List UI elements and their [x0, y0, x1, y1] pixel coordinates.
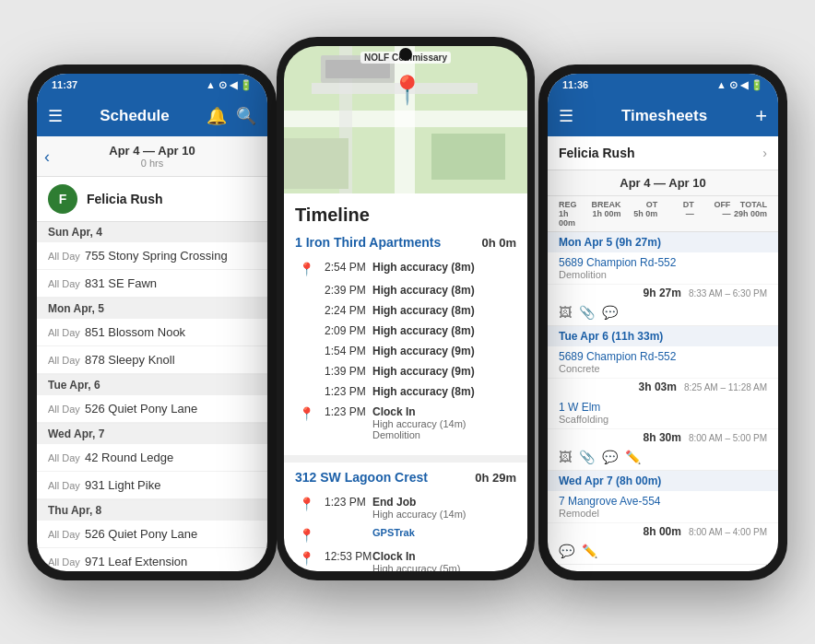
- task-text: 878 Sleepy Knoll: [85, 353, 175, 367]
- message-icon[interactable]: 💬: [559, 544, 574, 558]
- location-name-2: 312 SW Lagoon Crest: [295, 470, 428, 485]
- task-text: 831 SE Fawn: [85, 276, 157, 290]
- tl-detail: High accuracy (9m): [372, 365, 516, 378]
- back-button[interactable]: ‹: [44, 146, 50, 166]
- phone-right: 11:36 ▲ ⊙ ◀ 🔋 ☰ Timesheets + Felicia Rus…: [538, 64, 787, 580]
- ts-hours-range: 8:25 AM – 11:28 AM: [684, 382, 767, 392]
- pin-icon: 📍: [299, 406, 317, 421]
- svg-rect-7: [431, 134, 505, 180]
- note-icon[interactable]: 📎: [579, 450, 595, 464]
- search-icon[interactable]: 🔍: [236, 106, 256, 126]
- tl-sub: High accuracy (14m): [372, 509, 516, 520]
- ts-hours-val: 3h 03m: [639, 381, 677, 393]
- section-divider: [284, 455, 527, 463]
- schedule-item: All Day 526 Quiet Pony Lane: [37, 395, 267, 423]
- tl-time: 1:23 PM: [325, 405, 372, 418]
- note-icon[interactable]: 📎: [579, 305, 595, 320]
- timeline-title: Timeline: [295, 205, 516, 226]
- tl-time: 2:39 PM: [325, 284, 372, 297]
- location-header-2: 312 SW Lagoon Crest 0h 29m: [295, 470, 516, 485]
- allday-label: All Day: [48, 452, 85, 463]
- nav-right-icons: 🔔 🔍: [207, 106, 256, 126]
- tl-entry: 2:24 PM High accuracy (8m): [295, 300, 516, 321]
- ts-job-name: 5689 Champion Rd-552: [559, 350, 767, 363]
- tl-time: 1:39 PM: [325, 365, 372, 378]
- edit-icon[interactable]: ✏️: [582, 544, 597, 558]
- pin-icon: 📍: [299, 497, 317, 511]
- day-group-4: Thu Apr, 8 All Day 526 Quiet Pony Lane A…: [37, 500, 267, 571]
- ts-day-label-0: Mon Apr 5 (9h 27m): [548, 232, 778, 252]
- status-bar-right: 11:36 ▲ ⊙ ◀ 🔋: [548, 74, 778, 96]
- bell-icon[interactable]: 🔔: [207, 106, 227, 126]
- tl-entry: 1:39 PM High accuracy (9m): [295, 361, 516, 381]
- phone-center-inner: NOLF Commissary 📍 Timeline 1 Iron Third …: [284, 46, 527, 571]
- add-icon[interactable]: +: [755, 104, 767, 128]
- allday-label: All Day: [48, 327, 85, 338]
- day-label-1: Mon Apr, 5: [37, 299, 267, 319]
- ts-hours-row: 3h 03m 8:25 AM – 11:28 AM: [548, 379, 778, 397]
- tl-detail: High accuracy (9m): [372, 345, 516, 357]
- tl-entry: 📍 2:54 PM High accuracy (8m): [295, 257, 516, 280]
- location-name-1: 1 Iron Third Apartments: [295, 235, 441, 250]
- schedule-item: All Day 831 SE Fawn: [37, 270, 267, 298]
- schedule-item: All Day 971 Leaf Extension: [37, 548, 267, 571]
- hamburger-icon[interactable]: ☰: [48, 106, 63, 126]
- gps-icon: 📍: [299, 262, 317, 276]
- task-text: 42 Round Ledge: [85, 451, 173, 464]
- hamburger-icon-right[interactable]: ☰: [559, 106, 573, 126]
- ts-job-name: 1 W Elm: [559, 401, 767, 414]
- date-header-left: ‹ Apr 4 — Apr 10 0 hrs: [37, 136, 267, 177]
- phone-center: NOLF Commissary 📍 Timeline 1 Iron Third …: [277, 37, 535, 580]
- photo-icon[interactable]: 🖼: [559, 305, 572, 320]
- status-icons-left: ▲ ⊙ ◀ 🔋: [206, 79, 253, 91]
- ts-job-type: Demolition: [559, 269, 767, 280]
- nav-title-right: Timesheets: [621, 107, 707, 125]
- hours-left: 0 hrs: [37, 158, 267, 169]
- ts-job-item-2: 1 W Elm Scaffolding: [548, 397, 778, 429]
- allday-label: All Day: [48, 251, 85, 262]
- ts-icons-row: 🖼 📎 💬: [548, 303, 778, 325]
- tl-detail: High accuracy (8m): [372, 261, 516, 274]
- ts-day-group-0: Mon Apr 5 (9h 27m) 5689 Champion Rd-552 …: [548, 232, 778, 326]
- ts-hours-range: 8:00 AM – 4:00 PM: [689, 527, 767, 537]
- status-bar-left: 11:37 ▲ ⊙ ◀ 🔋: [37, 74, 267, 96]
- task-text: 526 Quiet Pony Lane: [85, 402, 197, 416]
- tl-main: High accuracy (8m): [372, 261, 516, 274]
- message-icon[interactable]: 💬: [602, 305, 618, 320]
- tl-detail: High accuracy (8m): [372, 385, 516, 398]
- tl-time: 1:23 PM: [325, 496, 372, 509]
- tl-sub: High accuracy (5m): [372, 563, 516, 571]
- ts-hours-val: 8h 30m: [644, 431, 681, 444]
- tl-entry: 📍 1:23 PM End Job High accuracy (14m): [295, 492, 516, 523]
- task-text: 755 Stony Spring Crossing: [85, 249, 228, 263]
- nav-title-left: Schedule: [100, 107, 170, 125]
- status-time-right: 11:36: [562, 79, 588, 90]
- tl-time: 2:09 PM: [325, 324, 372, 337]
- ts-hours-val: 9h 27m: [644, 287, 681, 299]
- ts-person-name: Felicia Rush: [559, 146, 634, 160]
- task-text: 851 Blossom Nook: [85, 325, 185, 339]
- ts-person-row[interactable]: Felicia Rush ›: [548, 136, 778, 170]
- day-label-2: Tue Apr, 6: [37, 375, 267, 395]
- schedule-item: All Day 42 Round Ledge: [37, 444, 267, 472]
- ts-day-group-2: Wed Apr 7 (8h 00m) 7 Mangrove Ave-554 Re…: [548, 471, 778, 565]
- tl-entry-clockin2: 📍 12:53 PM Clock In High accuracy (5m) R…: [295, 546, 516, 571]
- ts-hours-val: 8h 00m: [644, 525, 681, 538]
- pin-icon: 📍: [299, 551, 317, 566]
- allday-label: All Day: [48, 355, 85, 366]
- ts-date-range: Apr 4 — Apr 10: [548, 176, 778, 190]
- schedule-item: All Day 878 Sleepy Knoll: [37, 346, 267, 374]
- ts-job-type: Concrete: [559, 363, 767, 374]
- tl-sub-type: Demolition: [372, 429, 516, 440]
- photo-icon[interactable]: 🖼: [559, 450, 572, 464]
- message-icon[interactable]: 💬: [602, 450, 618, 464]
- allday-label: All Day: [48, 529, 85, 540]
- tl-time: 1:54 PM: [325, 345, 372, 357]
- tl-main: Clock In: [372, 405, 516, 418]
- ts-icons-row: 🖼 📎 💬 ✏️: [548, 448, 778, 470]
- col-reg: REG1h 00m: [559, 200, 585, 228]
- allday-label: All Day: [48, 556, 85, 568]
- tl-detail: High accuracy (8m): [372, 304, 516, 317]
- edit-icon[interactable]: ✏️: [625, 450, 641, 464]
- timeline-content: Timeline 1 Iron Third Apartments 0h 0m 📍…: [284, 193, 527, 571]
